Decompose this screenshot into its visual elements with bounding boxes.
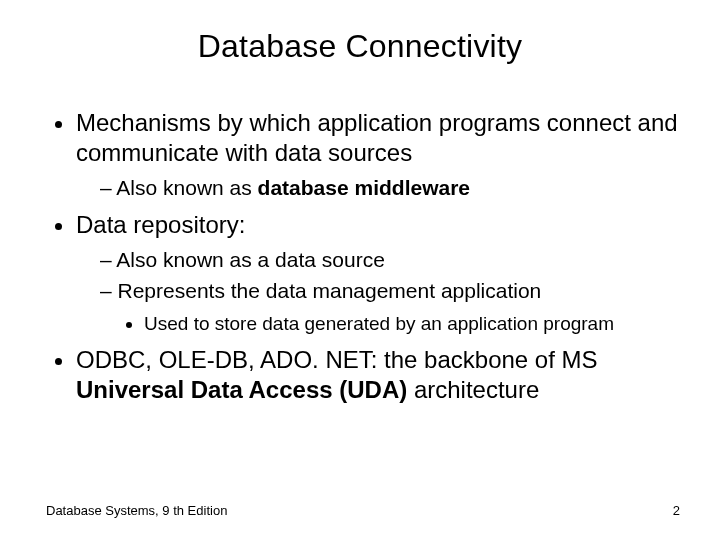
bullet-2-sublist: Also known as a data source Represents t…: [76, 246, 688, 336]
bullet-2-sub-1: Also known as a data source: [100, 246, 688, 274]
bullet-2-sub-2-sublist: Used to store data generated by an appli…: [100, 311, 688, 337]
bullet-3: ODBC, OLE-DB, ADO. NET: the backbone of …: [76, 345, 688, 405]
bullet-1-sub-1-text-b: database middleware: [258, 176, 470, 199]
bullet-1-text: Mechanisms by which application programs…: [76, 109, 678, 166]
bullet-2-sub-2-sub-1: Used to store data generated by an appli…: [144, 311, 688, 337]
bullet-1-sub-1: Also known as database middleware: [100, 174, 688, 202]
bullet-2-sub-2: Represents the data management applicati…: [100, 277, 688, 337]
page-number: 2: [673, 503, 680, 518]
bullet-2: Data repository: Also known as a data so…: [76, 210, 688, 336]
footer-source: Database Systems, 9 th Edition: [46, 503, 227, 518]
slide-title: Database Connectivity: [0, 28, 720, 65]
bullet-1-sub-1-text-a: Also known as: [116, 176, 257, 199]
bullet-list: Mechanisms by which application programs…: [48, 108, 688, 405]
bullet-1-sublist: Also known as database middleware: [76, 174, 688, 202]
bullet-3-text-a: ODBC, OLE-DB, ADO. NET: the backbone of …: [76, 346, 598, 373]
slide-content: Mechanisms by which application programs…: [48, 108, 688, 409]
bullet-2-text: Data repository:: [76, 211, 245, 238]
bullet-3-text-b: Universal Data Access (UDA): [76, 376, 407, 403]
bullet-1: Mechanisms by which application programs…: [76, 108, 688, 202]
bullet-2-sub-1-text: Also known as a data source: [116, 248, 385, 271]
bullet-2-sub-2-sub-1-text: Used to store data generated by an appli…: [144, 313, 614, 334]
slide: Database Connectivity Mechanisms by whic…: [0, 0, 720, 540]
bullet-3-text-c: architecture: [407, 376, 539, 403]
bullet-2-sub-2-text: Represents the data management applicati…: [118, 279, 542, 302]
